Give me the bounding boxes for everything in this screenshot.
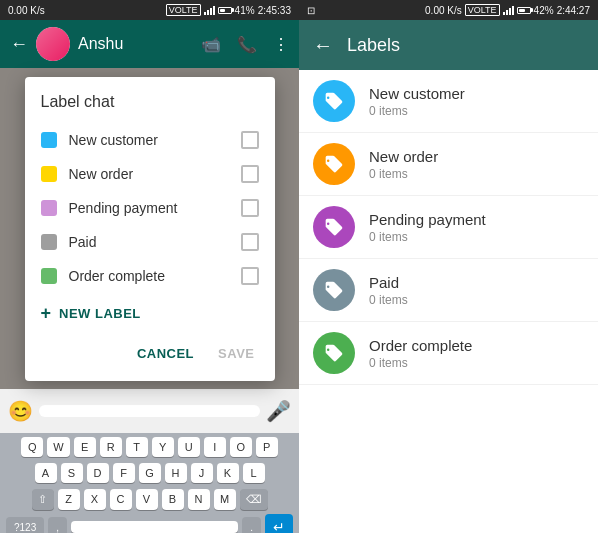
chat-header: ← Anshu 📹 📞 ⋮ [0, 20, 299, 68]
status-icons-right: 0.00 K/s VOLTE 42% 2:44:27 [425, 4, 590, 16]
header-actions: 📹 📞 ⋮ [201, 35, 289, 54]
label-row-pending-payment[interactable]: Pending payment 0 items [299, 196, 598, 259]
battery-pct-right: 42% [534, 5, 554, 16]
key-k[interactable]: K [217, 463, 239, 483]
label-count-order-complete: 0 items [369, 356, 584, 370]
key-f[interactable]: F [113, 463, 135, 483]
label-row-new-order[interactable]: New order 0 items [299, 133, 598, 196]
battery-pct-left: 41% [235, 5, 255, 16]
new-label-row[interactable]: + NEW LABEL [25, 293, 275, 334]
back-button-right[interactable]: ← [313, 34, 333, 57]
voice-call-icon[interactable]: 📞 [237, 35, 257, 54]
label-info-paid: Paid 0 items [369, 274, 584, 307]
checkbox-new-customer[interactable] [241, 131, 259, 149]
battery-right [517, 7, 531, 14]
key-c[interactable]: C [110, 489, 132, 510]
key-d[interactable]: D [87, 463, 109, 483]
emoji-icon[interactable]: 😊 [8, 399, 33, 423]
key-z[interactable]: Z [58, 489, 80, 510]
video-call-icon[interactable]: 📹 [201, 35, 221, 54]
label-info-order-complete: Order complete 0 items [369, 337, 584, 370]
key-r[interactable]: R [100, 437, 122, 457]
label-color-dot-paid [41, 234, 57, 250]
tag-icon-5 [324, 343, 344, 363]
key-n[interactable]: N [188, 489, 210, 510]
save-button[interactable]: SAVE [214, 342, 258, 365]
time-left: 2:45:33 [258, 5, 291, 16]
mic-icon[interactable]: 🎤 [266, 399, 291, 423]
dialog-label-item: New customer [25, 123, 275, 157]
key-m[interactable]: M [214, 489, 236, 510]
dialog-label-item: New order [25, 157, 275, 191]
key-x[interactable]: X [84, 489, 106, 510]
dialog-overlay: Label chat New customer New order Pendin… [0, 68, 299, 389]
dialog-label-text-pending-payment: Pending payment [69, 200, 229, 216]
label-icon-pending-payment [313, 206, 355, 248]
dialog-label-item: Paid [25, 225, 275, 259]
label-info-new-order: New order 0 items [369, 148, 584, 181]
key-b[interactable]: B [162, 489, 184, 510]
key-q[interactable]: Q [21, 437, 43, 457]
key-i[interactable]: I [204, 437, 226, 457]
checkbox-paid[interactable] [241, 233, 259, 251]
key-p[interactable]: P [256, 437, 278, 457]
key-h[interactable]: H [165, 463, 187, 483]
label-icon-new-order [313, 143, 355, 185]
tag-icon [324, 91, 344, 111]
label-name-new-customer: New customer [369, 85, 584, 102]
label-name-pending-payment: Pending payment [369, 211, 584, 228]
labels-list: New customer 0 items New order 0 items P… [299, 70, 598, 533]
key-o[interactable]: O [230, 437, 252, 457]
status-icons-left: VOLTE 41% 2:45:33 [166, 4, 291, 16]
cancel-button[interactable]: CANCEL [133, 342, 198, 365]
contact-name: Anshu [78, 35, 193, 53]
key-s[interactable]: S [61, 463, 83, 483]
key-num[interactable]: ?123 [6, 517, 44, 534]
key-l[interactable]: L [243, 463, 265, 483]
dialog-label-item: Order complete [25, 259, 275, 293]
label-row-order-complete[interactable]: Order complete 0 items [299, 322, 598, 385]
key-j[interactable]: J [191, 463, 213, 483]
key-enter[interactable]: ↵ [265, 514, 293, 533]
new-label-button[interactable]: NEW LABEL [59, 306, 141, 321]
key-backspace[interactable]: ⌫ [240, 489, 268, 510]
key-t[interactable]: T [126, 437, 148, 457]
label-count-new-customer: 0 items [369, 104, 584, 118]
label-chat-dialog: Label chat New customer New order Pendin… [25, 77, 275, 381]
label-color-dot-new-order [41, 166, 57, 182]
checkbox-new-order[interactable] [241, 165, 259, 183]
label-color-dot-new-customer [41, 132, 57, 148]
back-button-left[interactable]: ← [10, 34, 28, 55]
label-color-dot-order-complete [41, 268, 57, 284]
network-left: VOLTE [166, 4, 201, 16]
dialog-label-item: Pending payment [25, 191, 275, 225]
key-g[interactable]: G [139, 463, 161, 483]
label-row-paid[interactable]: Paid 0 items [299, 259, 598, 322]
key-comma[interactable]: , [48, 517, 67, 534]
label-count-pending-payment: 0 items [369, 230, 584, 244]
key-e[interactable]: E [74, 437, 96, 457]
dialog-label-text-order-complete: Order complete [69, 268, 229, 284]
dialog-title: Label chat [25, 93, 275, 123]
checkbox-pending-payment[interactable] [241, 199, 259, 217]
key-shift[interactable]: ⇧ [32, 489, 54, 510]
keyboard-row-1: Q W E R T Y U I O P [0, 433, 299, 459]
more-options-icon[interactable]: ⋮ [273, 35, 289, 54]
left-panel: 0.00 K/s VOLTE 41% 2:45:33 ← Anshu 📹 📞 [0, 0, 299, 533]
label-icon-order-complete [313, 332, 355, 374]
key-space[interactable] [71, 521, 238, 533]
tag-icon-3 [324, 217, 344, 237]
message-input[interactable] [39, 405, 260, 417]
key-period[interactable]: . [242, 517, 261, 534]
key-u[interactable]: U [178, 437, 200, 457]
plus-icon: + [41, 303, 52, 324]
key-v[interactable]: V [136, 489, 158, 510]
label-row-new-customer[interactable]: New customer 0 items [299, 70, 598, 133]
label-count-new-order: 0 items [369, 167, 584, 181]
tag-icon-2 [324, 154, 344, 174]
keyboard-row-bottom: ?123 , . ↵ [0, 512, 299, 533]
key-a[interactable]: A [35, 463, 57, 483]
checkbox-order-complete[interactable] [241, 267, 259, 285]
key-y[interactable]: Y [152, 437, 174, 457]
key-w[interactable]: W [47, 437, 69, 457]
